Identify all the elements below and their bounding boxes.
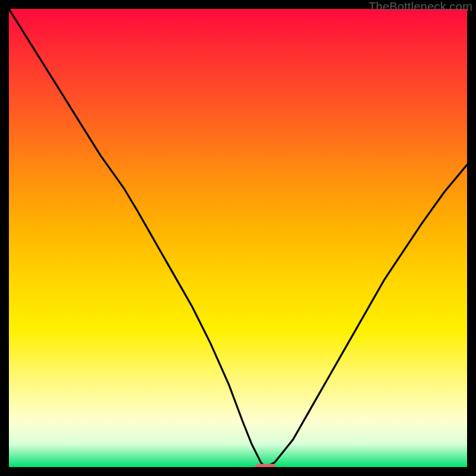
optimal-marker bbox=[255, 464, 276, 467]
chart-svg bbox=[9, 9, 467, 467]
watermark-text: TheBottleneck.com bbox=[368, 0, 472, 14]
chart-plot-area bbox=[9, 9, 467, 467]
bottleneck-curve bbox=[9, 9, 467, 467]
